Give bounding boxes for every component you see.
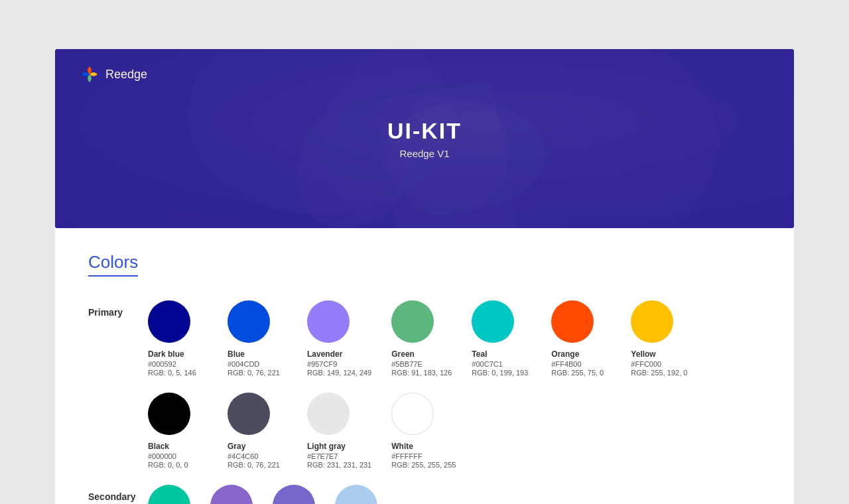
color-hex: #00C7C1 bbox=[472, 360, 502, 368]
color-item: Blue#004CDDRGB: 0, 76, 221 bbox=[228, 300, 287, 377]
secondary-swatches bbox=[148, 485, 377, 504]
color-rgb: RGB: 0, 76, 221 bbox=[228, 461, 280, 469]
colors-section: Colors Primary Dark blue#000592RGB: 0, 5… bbox=[88, 252, 761, 504]
color-name: Yellow bbox=[631, 349, 655, 359]
color-circle bbox=[391, 393, 434, 435]
color-name: Lavender bbox=[307, 349, 342, 359]
color-rgb: RGB: 255, 255, 255 bbox=[391, 461, 456, 469]
secondary-color-circle bbox=[210, 485, 253, 504]
color-circle bbox=[631, 300, 673, 343]
color-circle bbox=[307, 300, 350, 343]
color-item: Yellow#FFC000RGB: 255, 192, 0 bbox=[631, 300, 690, 377]
color-hex: #4C4C60 bbox=[228, 452, 258, 460]
color-item: Green#5BB77ERGB: 91, 183, 126 bbox=[391, 300, 452, 377]
color-item: Gray#4C4C60RGB: 0, 76, 221 bbox=[228, 393, 287, 469]
color-circle bbox=[228, 300, 270, 343]
hero-title: UI-KIT bbox=[387, 118, 462, 144]
color-item: White#FFFFFFRGB: 255, 255, 255 bbox=[391, 393, 456, 469]
color-hex: #5BB77E bbox=[391, 360, 422, 368]
secondary-label: Secondary bbox=[88, 485, 148, 502]
color-circle bbox=[228, 393, 270, 435]
color-name: Teal bbox=[472, 349, 487, 359]
page-wrapper: Reedge UI-KIT Reedge V1 Colors Primary D… bbox=[0, 0, 849, 504]
color-circle bbox=[551, 300, 594, 343]
hero-content: UI-KIT Reedge V1 bbox=[55, 49, 794, 228]
color-rgb: RGB: 149, 124, 249 bbox=[307, 369, 371, 377]
color-item: Orange#FF4B00RGB: 255, 75, 0 bbox=[551, 300, 611, 377]
color-circle bbox=[307, 393, 350, 435]
color-item: Teal#00C7C1RGB: 0, 199, 193 bbox=[472, 300, 531, 377]
secondary-color-circle bbox=[148, 485, 190, 504]
colors-heading: Colors bbox=[88, 252, 138, 277]
color-name: Black bbox=[148, 442, 169, 451]
color-rgb: RGB: 0, 76, 221 bbox=[228, 369, 280, 377]
color-name: Light gray bbox=[307, 442, 346, 451]
color-rgb: RGB: 255, 75, 0 bbox=[551, 369, 604, 377]
secondary-color-group: Secondary bbox=[88, 485, 761, 504]
primary-color-group-row2: Primary Black#000000RGB: 0, 0, 0Gray#4C4… bbox=[88, 393, 761, 479]
color-name: Green bbox=[391, 349, 415, 359]
color-name: Gray bbox=[228, 442, 245, 451]
color-circle bbox=[391, 300, 434, 343]
color-hex: #FFC000 bbox=[631, 360, 661, 368]
primary-label: Primary bbox=[88, 300, 148, 318]
color-rgb: RGB: 231, 231, 231 bbox=[307, 461, 371, 469]
primary-swatches-row1: Dark blue#000592RGB: 0, 5, 146Blue#004CD… bbox=[148, 300, 761, 387]
primary-swatches-row2: Black#000000RGB: 0, 0, 0Gray#4C4C60RGB: … bbox=[148, 393, 761, 479]
color-name: Orange bbox=[551, 349, 579, 359]
color-rgb: RGB: 0, 0, 0 bbox=[148, 461, 188, 469]
color-rgb: RGB: 0, 199, 193 bbox=[472, 369, 528, 377]
color-hex: #FF4B00 bbox=[551, 360, 581, 368]
hero-banner: Reedge UI-KIT Reedge V1 bbox=[55, 49, 794, 228]
secondary-color-circle bbox=[335, 485, 377, 504]
color-hex: #E7E7E7 bbox=[307, 452, 338, 460]
color-hex: #FFFFFF bbox=[391, 452, 422, 460]
content-area: Colors Primary Dark blue#000592RGB: 0, 5… bbox=[55, 228, 794, 504]
hero-subtitle: Reedge V1 bbox=[399, 148, 449, 159]
color-hex: #000592 bbox=[148, 360, 176, 368]
color-rgb: RGB: 255, 192, 0 bbox=[631, 369, 687, 377]
color-rgb: RGB: 91, 183, 126 bbox=[391, 369, 452, 377]
color-circle bbox=[472, 300, 514, 343]
color-item: Light gray#E7E7E7RGB: 231, 231, 231 bbox=[307, 393, 371, 469]
secondary-color-circle bbox=[273, 485, 315, 504]
color-name: Blue bbox=[228, 349, 245, 359]
primary-color-group: Primary Dark blue#000592RGB: 0, 5, 146Bl… bbox=[88, 300, 761, 387]
color-item: Black#000000RGB: 0, 0, 0 bbox=[148, 393, 208, 469]
color-hex: #004CDD bbox=[228, 360, 259, 368]
color-item: Dark blue#000592RGB: 0, 5, 146 bbox=[148, 300, 208, 377]
color-circle bbox=[148, 393, 190, 435]
color-item: Lavender#957CF9RGB: 149, 124, 249 bbox=[307, 300, 371, 377]
color-circle bbox=[148, 300, 190, 343]
color-name: White bbox=[391, 442, 413, 451]
color-rgb: RGB: 0, 5, 146 bbox=[148, 369, 196, 377]
color-name: Dark blue bbox=[148, 349, 184, 359]
color-hex: #957CF9 bbox=[307, 360, 337, 368]
color-hex: #000000 bbox=[148, 452, 176, 460]
